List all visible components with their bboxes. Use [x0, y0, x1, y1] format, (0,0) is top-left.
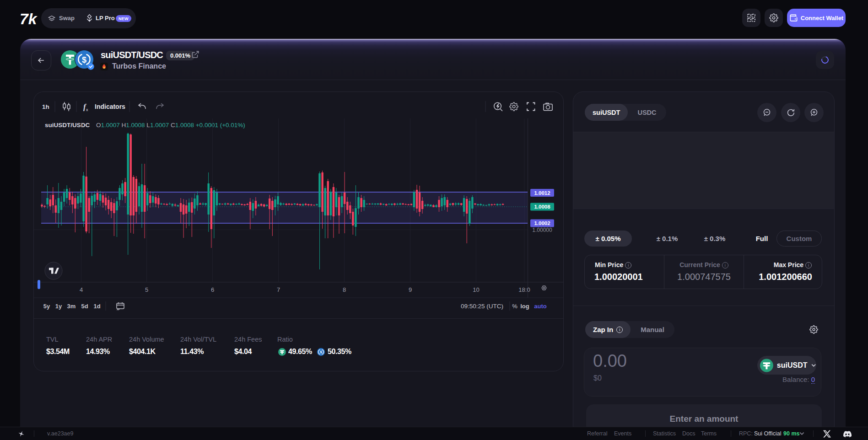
- svg-text:1.00000: 1.00000: [532, 227, 552, 233]
- svg-text:09:50:25 (UTC): 09:50:25 (UTC): [461, 303, 503, 310]
- svg-text:3m: 3m: [67, 303, 76, 310]
- svg-text:$: $: [82, 55, 86, 64]
- svg-text:suiUSDT/USDC: suiUSDT/USDC: [45, 122, 90, 129]
- svg-text:x: x: [86, 107, 88, 112]
- svg-text:auto: auto: [534, 303, 547, 310]
- svg-text:7: 7: [277, 286, 280, 293]
- svg-text:1h: 1h: [42, 103, 49, 110]
- svg-text:5d: 5d: [81, 303, 88, 310]
- svg-text:O1.0007 H1.0008 L1.0007 C1.: O1.0007 H1.0008 L1.0007 C1.0008 +0.0001 …: [96, 122, 245, 129]
- svg-text:1d: 1d: [93, 303, 100, 310]
- svg-text:6: 6: [211, 286, 214, 293]
- svg-text:8: 8: [343, 286, 346, 293]
- svg-text:1y: 1y: [55, 303, 62, 310]
- svg-text:log: log: [520, 303, 529, 310]
- svg-text:9: 9: [409, 286, 412, 293]
- svg-text:18:0: 18:0: [518, 286, 530, 293]
- svg-text:1.0012: 1.0012: [534, 190, 550, 196]
- svg-text:1.0002: 1.0002: [534, 220, 550, 226]
- svg-text:Indicators: Indicators: [95, 103, 125, 110]
- svg-text:1.0008: 1.0008: [534, 204, 550, 209]
- svg-text:5y: 5y: [43, 303, 50, 310]
- svg-text:%: %: [512, 303, 518, 310]
- svg-text:10: 10: [473, 286, 479, 293]
- svg-text:5: 5: [145, 286, 148, 293]
- svg-text:4: 4: [80, 286, 83, 293]
- svg-text:7k: 7k: [20, 11, 38, 27]
